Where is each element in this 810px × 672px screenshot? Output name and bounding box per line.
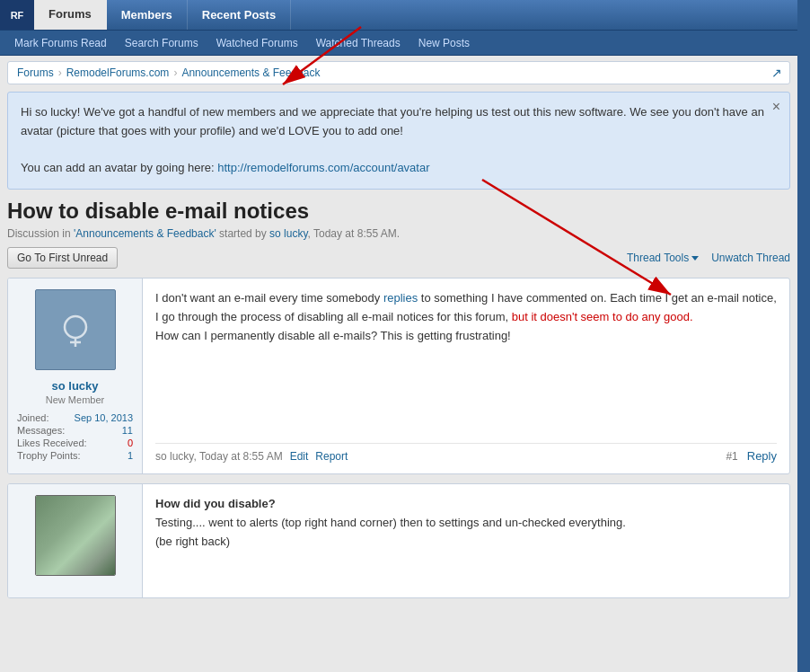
post-1-username[interactable]: so lucky bbox=[51, 379, 98, 393]
post-1-messages-value: 11 bbox=[122, 425, 133, 436]
post-2-user-panel bbox=[8, 484, 143, 597]
breadcrumb-sep-1: › bbox=[58, 66, 62, 79]
post-1-body: I don't want an e-mail every time somebo… bbox=[143, 279, 789, 473]
post-1-footer: so lucky, Today at 8:55 AM Edit Report #… bbox=[155, 443, 777, 463]
post-1-messages-row: Messages: 11 bbox=[17, 425, 133, 436]
post-1-footer-right: #1 Reply bbox=[726, 449, 777, 463]
post-1-edit-link[interactable]: Edit bbox=[290, 450, 309, 463]
breadcrumb-external-icon[interactable]: ↗ bbox=[771, 66, 782, 80]
post-1-likes-value: 0 bbox=[128, 438, 133, 448]
post-1-report-link[interactable]: Report bbox=[315, 450, 348, 463]
nav-search-forums[interactable]: Search Forums bbox=[116, 31, 207, 55]
post-1-role: New Member bbox=[46, 394, 104, 405]
breadcrumb: Forums › RemodelForums.com › Announcemen… bbox=[7, 61, 790, 84]
thread-meta-period: . bbox=[397, 227, 400, 240]
post-1: so lucky New Member Joined: Sep 10, 2013… bbox=[7, 278, 790, 474]
thread-meta-prefix: Discussion in bbox=[7, 227, 74, 240]
thread-meta-time: Today at 8:55 AM bbox=[313, 227, 397, 240]
nav-recent-posts[interactable]: Recent Posts bbox=[188, 0, 291, 30]
unwatch-thread-button[interactable]: Unwatch Thread bbox=[711, 252, 790, 264]
post-1-joined-label: Joined: bbox=[17, 412, 48, 423]
post-1-stats: Joined: Sep 10, 2013 Messages: 11 Likes … bbox=[17, 412, 133, 463]
thread-tools-label: Thread Tools bbox=[627, 252, 689, 264]
thread-title: How to disable e-mail notices bbox=[7, 199, 790, 224]
site-logo: RF bbox=[0, 0, 34, 30]
thread-toolbar: Go To First Unread Thread Tools Unwatch … bbox=[7, 247, 790, 269]
post-1-likes-row: Likes Received: 0 bbox=[17, 438, 133, 448]
nav-members[interactable]: Members bbox=[107, 0, 188, 30]
post-2-body: How did you disable? Testing.... went to… bbox=[143, 484, 789, 597]
post-1-highlight-1: replies bbox=[383, 291, 418, 305]
top-navigation: RF Forums Members Recent Posts bbox=[0, 0, 797, 31]
right-sidebar bbox=[797, 0, 810, 613]
post-1-footer-left: so lucky, Today at 8:55 AM Edit Report bbox=[155, 450, 348, 463]
alert-message-2: You can add an avatar by going here: bbox=[21, 161, 217, 174]
nav-watched-threads[interactable]: Watched Threads bbox=[307, 31, 409, 55]
thread-meta: Discussion in 'Announcements & Feedback'… bbox=[7, 227, 790, 240]
post-1-user-panel: so lucky New Member Joined: Sep 10, 2013… bbox=[8, 279, 143, 473]
post-2-title: How did you disable? bbox=[155, 497, 276, 510]
logo-text: RF bbox=[11, 10, 24, 21]
post-1-timestamp: so lucky, Today at 8:55 AM bbox=[155, 450, 283, 463]
nav-forums[interactable]: Forums bbox=[34, 0, 107, 30]
thread-meta-forum[interactable]: 'Announcements & Feedback' bbox=[74, 227, 216, 240]
post-2-text: How did you disable? Testing.... went to… bbox=[155, 495, 777, 551]
post-2-avatar-image bbox=[36, 496, 115, 575]
post-1-joined-row: Joined: Sep 10, 2013 bbox=[17, 412, 133, 423]
thread-tools-button[interactable]: Thread Tools bbox=[627, 252, 699, 264]
nav-watched-forums[interactable]: Watched Forums bbox=[207, 31, 307, 55]
post-1-text: I don't want an e-mail every time somebo… bbox=[155, 289, 777, 345]
thread-tools-dropdown-icon bbox=[691, 256, 699, 261]
nav-mark-forums-read[interactable]: Mark Forums Read bbox=[5, 31, 116, 55]
post-1-trophy-row: Trophy Points: 1 bbox=[17, 450, 133, 461]
alert-avatar-link[interactable]: http://remodelforums.com/account/avatar bbox=[217, 161, 429, 174]
alert-message-1: Hi so lucky! We've got a handful of new … bbox=[21, 105, 764, 137]
go-to-first-unread-button[interactable]: Go To First Unread bbox=[7, 247, 118, 269]
breadcrumb-remodel[interactable]: RemodelForums.com bbox=[66, 66, 170, 79]
thread-actions: Thread Tools Unwatch Thread bbox=[627, 252, 790, 264]
secondary-navigation: Mark Forums Read Search Forums Watched F… bbox=[0, 31, 797, 56]
post-1-highlight-2: but it doesn't seem to do any good. bbox=[512, 310, 693, 323]
post-1-messages-label: Messages: bbox=[17, 425, 65, 436]
breadcrumb-sep-2: › bbox=[173, 66, 177, 79]
nav-new-posts[interactable]: New Posts bbox=[409, 31, 479, 55]
thread-meta-author[interactable]: so lucky bbox=[269, 227, 307, 240]
post-1-trophy-value: 1 bbox=[128, 450, 133, 461]
post-1-trophy-label: Trophy Points: bbox=[17, 450, 81, 461]
post-2: How did you disable? Testing.... went to… bbox=[7, 483, 790, 598]
post-1-number: #1 bbox=[726, 450, 737, 463]
post-1-joined-value: Sep 10, 2013 bbox=[75, 412, 133, 423]
post-1-likes-label: Likes Received: bbox=[17, 438, 87, 448]
post-1-avatar bbox=[35, 289, 116, 370]
breadcrumb-announcements[interactable]: Announcements & Feedback bbox=[181, 66, 320, 79]
thread-meta-middle: started by bbox=[216, 227, 269, 240]
main-content: Forums › RemodelForums.com › Announcemen… bbox=[0, 56, 797, 613]
alert-box: × Hi so lucky! We've got a handful of ne… bbox=[7, 92, 790, 190]
alert-close-button[interactable]: × bbox=[772, 100, 780, 114]
svg-point-0 bbox=[65, 316, 86, 338]
breadcrumb-forums[interactable]: Forums bbox=[17, 66, 54, 79]
post-2-avatar bbox=[35, 495, 116, 576]
post-1-reply-button[interactable]: Reply bbox=[747, 449, 777, 463]
